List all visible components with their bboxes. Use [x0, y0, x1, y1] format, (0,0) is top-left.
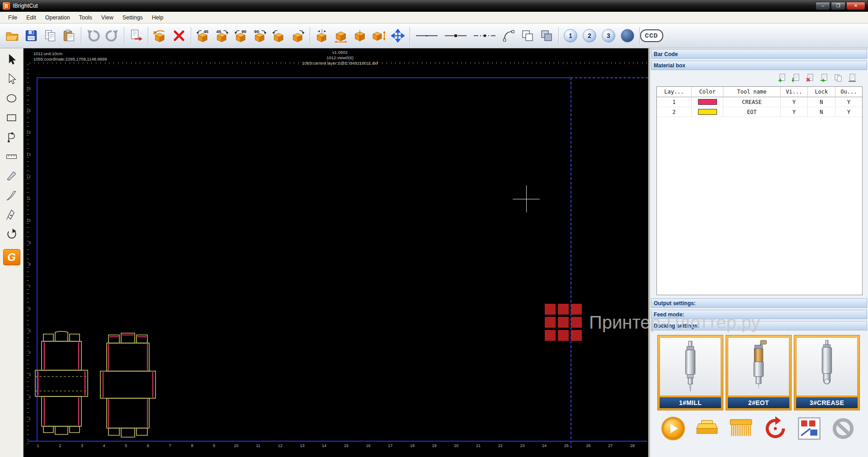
- rotate-object-button[interactable]: [151, 26, 170, 46]
- material-col-header: Color: [692, 87, 723, 97]
- ccd-button[interactable]: CCD: [642, 26, 661, 46]
- svg-text:45: 45: [216, 29, 221, 34]
- insert-material-button[interactable]: [791, 73, 801, 83]
- ruler-number-v: 5: [24, 329, 31, 333]
- layer-tool-name: CREASE: [723, 97, 780, 107]
- knife-tool[interactable]: [3, 168, 20, 184]
- view-1-button[interactable]: 1: [561, 26, 580, 46]
- origin-button[interactable]: [763, 416, 788, 441]
- mirror-vertical-button[interactable]: [369, 26, 388, 46]
- close-button[interactable]: ✕: [846, 2, 865, 10]
- delete-button[interactable]: [170, 26, 189, 46]
- undo-button[interactable]: [84, 26, 103, 46]
- bar-code-header[interactable]: Bar Code: [651, 49, 867, 59]
- open-button[interactable]: [3, 26, 22, 46]
- redo-button[interactable]: [103, 26, 122, 46]
- material-row[interactable]: 1CREASEYNY: [657, 97, 862, 107]
- ruler-number-v: 8: [24, 262, 31, 267]
- material-table-body: 1CREASEYNY2EOTYNY: [657, 97, 862, 117]
- blade-tool[interactable]: [3, 187, 20, 203]
- canvas-status-left: 1011:unit:10cm 1055:coordinate:2295.1708…: [33, 51, 107, 62]
- toolbar-separator: [639, 27, 640, 44]
- rotate-free-cw-button[interactable]: [288, 26, 307, 46]
- drawing-canvas[interactable]: 1011:unit:10cm 1055:coordinate:2295.1708…: [24, 48, 648, 457]
- ruler-number-h: 3: [77, 443, 87, 448]
- docking-tools: 1#MILL2#EOT3#CREASE: [651, 332, 867, 410]
- ungroup-button[interactable]: [537, 26, 556, 46]
- ruler-number-v: 11: [24, 196, 31, 201]
- move-button[interactable]: [388, 26, 407, 46]
- material-row[interactable]: 2EOTYNY: [657, 107, 862, 117]
- rotate-view-tool[interactable]: [3, 226, 20, 242]
- save-button[interactable]: [22, 26, 41, 46]
- rotate-45-cw-button[interactable]: 45: [212, 26, 231, 46]
- select-tool[interactable]: [3, 51, 20, 67]
- layer-number: 2: [657, 107, 692, 117]
- pen-tool[interactable]: [3, 207, 20, 223]
- main-area: G 1011:unit:10cm 1055:coordinate:2295.17…: [0, 48, 868, 457]
- menu-file[interactable]: File: [4, 13, 22, 23]
- layer-color-swatch[interactable]: [698, 99, 717, 105]
- toolbar-separator: [410, 27, 410, 44]
- view-4-button[interactable]: [618, 26, 637, 46]
- menu-view[interactable]: View: [97, 13, 118, 23]
- menu-help[interactable]: Help: [147, 13, 168, 23]
- view-2-button[interactable]: 2: [580, 26, 599, 46]
- maximize-button[interactable]: ❐: [831, 2, 845, 10]
- ruler-number-v: 14: [24, 130, 31, 135]
- line-style-solid-button[interactable]: [412, 26, 441, 46]
- right-panel: Bar Code Material box Lay...ColorTool na…: [650, 48, 868, 457]
- rotate-45-ccw-button[interactable]: 45: [193, 26, 212, 46]
- start-button[interactable]: [661, 416, 685, 441]
- line-style-dashdot-button[interactable]: [470, 26, 499, 46]
- action-buttons: [651, 410, 867, 441]
- clean-button[interactable]: [729, 416, 753, 441]
- material-list-button[interactable]: [847, 73, 857, 83]
- delete-material-button[interactable]: [805, 73, 815, 83]
- rotate-free-ccw-button[interactable]: [269, 26, 288, 46]
- material-col-header: Ou...: [835, 87, 862, 97]
- dieline-drawing[interactable]: [29, 328, 186, 442]
- layer-color-swatch[interactable]: [698, 109, 717, 115]
- measure-tool[interactable]: [3, 148, 20, 165]
- split-object-button[interactable]: [312, 26, 331, 46]
- output-button[interactable]: [127, 26, 146, 46]
- menu-operation[interactable]: Operation: [41, 13, 75, 23]
- rectangle-tool[interactable]: [3, 109, 20, 126]
- rotate-90-cw-button[interactable]: 90: [250, 26, 269, 46]
- docking-tool-card-eot[interactable]: 2#EOT: [726, 335, 792, 410]
- ellipse-tool[interactable]: [3, 90, 20, 106]
- add-material-button[interactable]: [777, 73, 787, 83]
- output-settings-header[interactable]: Output settings:: [651, 298, 867, 308]
- mirror-horizontal-button[interactable]: [331, 26, 350, 46]
- copy-button[interactable]: [41, 26, 60, 46]
- layout-button[interactable]: [797, 416, 821, 441]
- menu-edit[interactable]: Edit: [22, 13, 41, 23]
- rotate-90-ccw-button[interactable]: 90: [231, 26, 250, 46]
- node-select-tool[interactable]: [3, 71, 20, 87]
- group-button[interactable]: [518, 26, 537, 46]
- docking-tool-card-mill[interactable]: 1#MILL: [657, 335, 723, 410]
- ruler-number-v: 3: [24, 372, 31, 377]
- mirror-copy-button[interactable]: [350, 26, 369, 46]
- minimize-button[interactable]: –: [816, 2, 830, 10]
- menu-settings[interactable]: Settings: [118, 13, 147, 23]
- material-box-header[interactable]: Material box: [651, 61, 867, 70]
- copy-material-button[interactable]: [833, 73, 843, 83]
- layer-color-cell: [692, 97, 723, 107]
- export-material-button[interactable]: [819, 73, 829, 83]
- docking-tool-card-crease[interactable]: 3#CREASE: [794, 335, 860, 410]
- stop-button[interactable]: [831, 416, 855, 441]
- line-style-dash-button[interactable]: [441, 26, 470, 46]
- docking-settings-header[interactable]: Docking settings:: [651, 321, 867, 330]
- layer-tool-name: EOT: [723, 107, 780, 117]
- arc-tool-button[interactable]: [499, 26, 518, 46]
- feed-button[interactable]: [695, 416, 719, 441]
- menu-tools[interactable]: Tools: [75, 13, 97, 23]
- view-3-button[interactable]: 3: [599, 26, 618, 46]
- paste-button[interactable]: [60, 26, 79, 46]
- path-tool[interactable]: [3, 129, 20, 145]
- feed-mode-header[interactable]: Feed mode:: [651, 310, 867, 319]
- ruler-number-v: 7: [24, 284, 31, 289]
- work-area-extension-top: [571, 77, 648, 78]
